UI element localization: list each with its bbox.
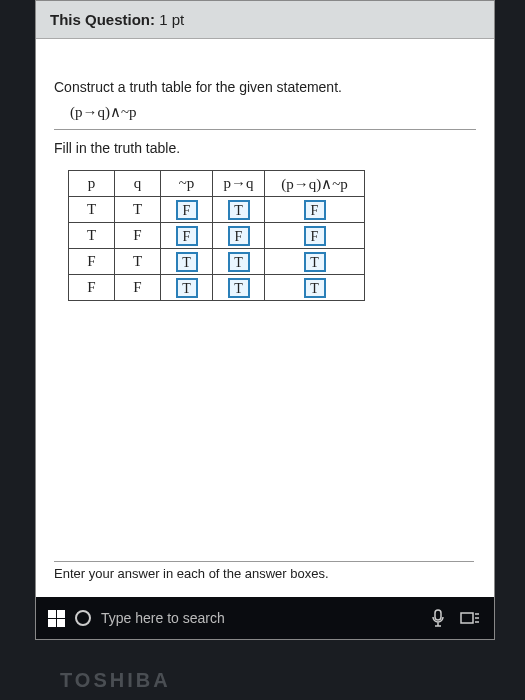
instruction-fill: Fill in the truth table. — [54, 140, 476, 156]
task-view-icon[interactable] — [460, 610, 480, 626]
table-row: F F T T T — [69, 275, 365, 301]
answer-notp[interactable]: F — [176, 200, 198, 220]
answer-notp[interactable]: T — [176, 278, 198, 298]
col-q: q — [115, 171, 161, 197]
col-result: (p→q)∧~p — [265, 171, 365, 197]
table-row: T T F T F — [69, 197, 365, 223]
svg-rect-0 — [435, 610, 441, 620]
header-points: 1 pt — [159, 11, 184, 28]
cell-q: T — [115, 249, 161, 275]
microphone-icon[interactable] — [430, 609, 446, 627]
laptop-brand: TOSHIBA — [60, 669, 171, 692]
separator — [54, 129, 476, 130]
cell-p: T — [69, 197, 115, 223]
truth-table: p q ~p p→q (p→q)∧~p T T F T F T F F — [68, 170, 365, 301]
question-header: This Question: 1 pt — [36, 1, 494, 39]
col-p: p — [69, 171, 115, 197]
cell-p: F — [69, 275, 115, 301]
col-notp: ~p — [161, 171, 213, 197]
header-label: This Question: — [50, 11, 155, 28]
answer-result[interactable]: T — [304, 278, 326, 298]
answer-impl[interactable]: F — [228, 226, 250, 246]
answer-result[interactable]: T — [304, 252, 326, 272]
table-row: F T T T T — [69, 249, 365, 275]
cell-p: T — [69, 223, 115, 249]
instruction-construct: Construct a truth table for the given st… — [54, 79, 476, 95]
cell-q: F — [115, 223, 161, 249]
col-impl: p→q — [213, 171, 265, 197]
table-row: T F F F F — [69, 223, 365, 249]
app-window: This Question: 1 pt Construct a truth ta… — [35, 0, 495, 640]
cortana-circle-icon — [75, 610, 91, 626]
cell-q: T — [115, 197, 161, 223]
taskbar-search[interactable]: Type here to search — [75, 610, 430, 626]
answer-result[interactable]: F — [304, 200, 326, 220]
cell-q: F — [115, 275, 161, 301]
answer-result[interactable]: F — [304, 226, 326, 246]
answer-impl[interactable]: T — [228, 252, 250, 272]
windows-start-icon[interactable] — [48, 610, 65, 627]
expression: (p→q)∧~p — [70, 103, 476, 121]
answer-notp[interactable]: F — [176, 226, 198, 246]
svg-rect-1 — [461, 613, 473, 623]
system-tray — [430, 609, 480, 627]
search-placeholder: Type here to search — [101, 610, 225, 626]
table-header-row: p q ~p p→q (p→q)∧~p — [69, 171, 365, 197]
answer-impl[interactable]: T — [228, 200, 250, 220]
windows-taskbar: Type here to search — [36, 597, 494, 639]
answer-notp[interactable]: T — [176, 252, 198, 272]
footer-note: Enter your answer in each of the answer … — [54, 561, 474, 581]
cell-p: F — [69, 249, 115, 275]
answer-impl[interactable]: T — [228, 278, 250, 298]
question-content: Construct a truth table for the given st… — [36, 39, 494, 311]
